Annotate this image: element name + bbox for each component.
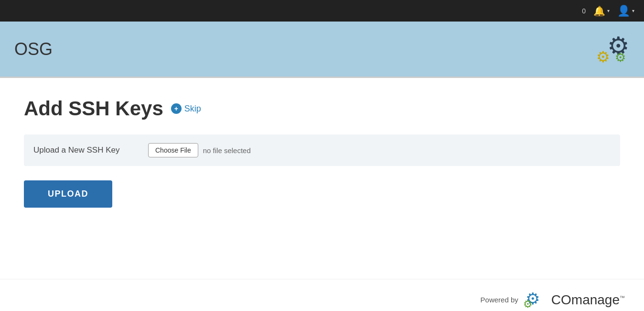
upload-btn-row: UPLOAD: [24, 180, 620, 208]
page-title: Add SSH Keys: [24, 97, 163, 120]
comanage-brand-text: COmanage™: [551, 292, 625, 308]
top-nav: 0 🔔 ▾ 👤 ▾: [0, 0, 644, 22]
app-title: OSG: [14, 39, 53, 59]
footer: Powered by ⚙ ⚙ COmanage™: [0, 279, 644, 311]
skip-label: Skip: [184, 104, 201, 114]
bell-chevron-icon: ▾: [607, 8, 610, 13]
skip-link[interactable]: + Skip: [171, 103, 201, 114]
no-file-text: no file selected: [203, 146, 251, 155]
app-logo: ⚙ ⚙ ⚙: [596, 33, 630, 65]
gear-yellow-icon: ⚙: [596, 49, 610, 65]
upload-form-row: Upload a New SSH Key Choose File no file…: [24, 134, 620, 166]
user-chevron-icon: ▾: [632, 8, 634, 13]
notifications-button[interactable]: 🔔 ▾: [593, 5, 610, 17]
comanage-gear-green-icon: ⚙: [523, 298, 533, 311]
gear-green-icon: ⚙: [615, 51, 626, 64]
skip-circle-icon: +: [171, 103, 182, 114]
comanage-gears-icon: ⚙ ⚙: [523, 289, 549, 311]
notification-badge: 0: [582, 7, 586, 15]
page-heading-row: Add SSH Keys + Skip: [24, 97, 620, 120]
file-input-wrapper: Choose File no file selected: [148, 143, 251, 157]
powered-by-text: Powered by: [481, 296, 518, 304]
comanage-logo: ⚙ ⚙ COmanage™: [523, 289, 625, 311]
page-body: Add SSH Keys + Skip Upload a New SSH Key…: [0, 78, 644, 311]
bell-icon: 🔔: [593, 5, 605, 17]
header-bar: OSG ⚙ ⚙ ⚙: [0, 22, 644, 77]
upload-label: Upload a New SSH Key: [33, 145, 139, 155]
choose-file-button[interactable]: Choose File: [148, 143, 198, 157]
upload-button[interactable]: UPLOAD: [24, 180, 112, 208]
user-icon: 👤: [617, 5, 630, 17]
user-menu-button[interactable]: 👤 ▾: [617, 5, 634, 17]
main-content: Add SSH Keys + Skip Upload a New SSH Key…: [0, 78, 644, 279]
